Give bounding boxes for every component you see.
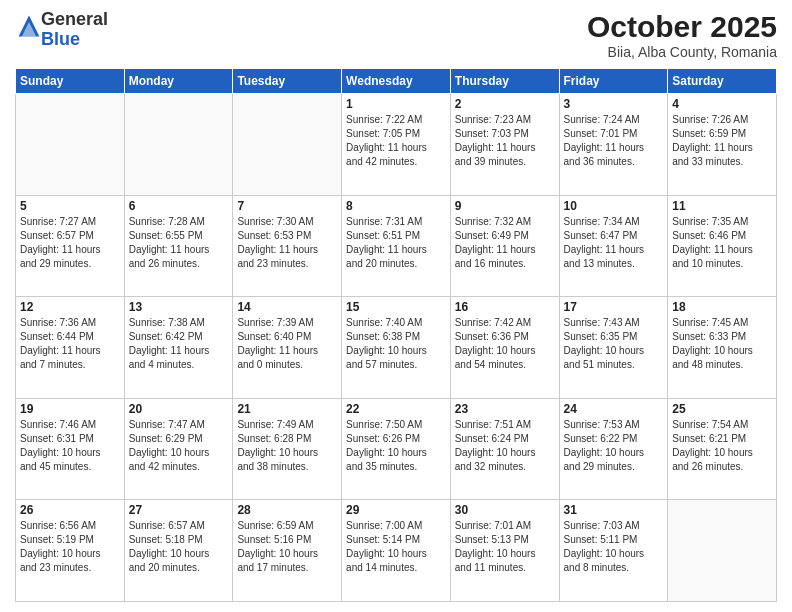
day-number: 12 (20, 300, 120, 314)
day-number: 31 (564, 503, 664, 517)
title-block: October 2025 Biia, Alba County, Romania (587, 10, 777, 60)
day-number: 30 (455, 503, 555, 517)
table-row: 18Sunrise: 7:45 AM Sunset: 6:33 PM Dayli… (668, 297, 777, 399)
table-row: 14Sunrise: 7:39 AM Sunset: 6:40 PM Dayli… (233, 297, 342, 399)
day-info: Sunrise: 7:36 AM Sunset: 6:44 PM Dayligh… (20, 316, 120, 372)
day-number: 21 (237, 402, 337, 416)
page-header: General Blue October 2025 Biia, Alba Cou… (15, 10, 777, 60)
day-number: 23 (455, 402, 555, 416)
logo-text: General Blue (41, 10, 108, 50)
table-row: 13Sunrise: 7:38 AM Sunset: 6:42 PM Dayli… (124, 297, 233, 399)
col-monday: Monday (124, 69, 233, 94)
table-row: 16Sunrise: 7:42 AM Sunset: 6:36 PM Dayli… (450, 297, 559, 399)
table-row: 4Sunrise: 7:26 AM Sunset: 6:59 PM Daylig… (668, 94, 777, 196)
col-wednesday: Wednesday (342, 69, 451, 94)
table-row: 24Sunrise: 7:53 AM Sunset: 6:22 PM Dayli… (559, 398, 668, 500)
calendar-table: Sunday Monday Tuesday Wednesday Thursday… (15, 68, 777, 602)
day-number: 9 (455, 199, 555, 213)
table-row: 19Sunrise: 7:46 AM Sunset: 6:31 PM Dayli… (16, 398, 125, 500)
logo: General Blue (15, 10, 108, 50)
day-info: Sunrise: 7:39 AM Sunset: 6:40 PM Dayligh… (237, 316, 337, 372)
col-friday: Friday (559, 69, 668, 94)
table-row: 22Sunrise: 7:50 AM Sunset: 6:26 PM Dayli… (342, 398, 451, 500)
table-row: 2Sunrise: 7:23 AM Sunset: 7:03 PM Daylig… (450, 94, 559, 196)
table-row: 31Sunrise: 7:03 AM Sunset: 5:11 PM Dayli… (559, 500, 668, 602)
day-info: Sunrise: 7:53 AM Sunset: 6:22 PM Dayligh… (564, 418, 664, 474)
logo-icon (17, 14, 41, 38)
day-info: Sunrise: 6:57 AM Sunset: 5:18 PM Dayligh… (129, 519, 229, 575)
day-number: 15 (346, 300, 446, 314)
table-row: 6Sunrise: 7:28 AM Sunset: 6:55 PM Daylig… (124, 195, 233, 297)
day-number: 3 (564, 97, 664, 111)
day-number: 2 (455, 97, 555, 111)
day-number: 24 (564, 402, 664, 416)
table-row: 23Sunrise: 7:51 AM Sunset: 6:24 PM Dayli… (450, 398, 559, 500)
calendar-week-row: 26Sunrise: 6:56 AM Sunset: 5:19 PM Dayli… (16, 500, 777, 602)
day-info: Sunrise: 7:30 AM Sunset: 6:53 PM Dayligh… (237, 215, 337, 271)
table-row (124, 94, 233, 196)
table-row: 11Sunrise: 7:35 AM Sunset: 6:46 PM Dayli… (668, 195, 777, 297)
day-info: Sunrise: 7:51 AM Sunset: 6:24 PM Dayligh… (455, 418, 555, 474)
day-info: Sunrise: 7:26 AM Sunset: 6:59 PM Dayligh… (672, 113, 772, 169)
table-row: 17Sunrise: 7:43 AM Sunset: 6:35 PM Dayli… (559, 297, 668, 399)
day-info: Sunrise: 7:27 AM Sunset: 6:57 PM Dayligh… (20, 215, 120, 271)
day-number: 28 (237, 503, 337, 517)
day-number: 19 (20, 402, 120, 416)
day-number: 26 (20, 503, 120, 517)
day-info: Sunrise: 7:01 AM Sunset: 5:13 PM Dayligh… (455, 519, 555, 575)
day-info: Sunrise: 7:28 AM Sunset: 6:55 PM Dayligh… (129, 215, 229, 271)
day-info: Sunrise: 7:45 AM Sunset: 6:33 PM Dayligh… (672, 316, 772, 372)
day-number: 11 (672, 199, 772, 213)
table-row: 8Sunrise: 7:31 AM Sunset: 6:51 PM Daylig… (342, 195, 451, 297)
table-row: 3Sunrise: 7:24 AM Sunset: 7:01 PM Daylig… (559, 94, 668, 196)
table-row (16, 94, 125, 196)
table-row (233, 94, 342, 196)
day-number: 22 (346, 402, 446, 416)
calendar-week-row: 1Sunrise: 7:22 AM Sunset: 7:05 PM Daylig… (16, 94, 777, 196)
calendar-title: October 2025 (587, 10, 777, 44)
day-number: 6 (129, 199, 229, 213)
table-row: 21Sunrise: 7:49 AM Sunset: 6:28 PM Dayli… (233, 398, 342, 500)
day-info: Sunrise: 6:56 AM Sunset: 5:19 PM Dayligh… (20, 519, 120, 575)
day-info: Sunrise: 7:49 AM Sunset: 6:28 PM Dayligh… (237, 418, 337, 474)
day-info: Sunrise: 7:43 AM Sunset: 6:35 PM Dayligh… (564, 316, 664, 372)
day-info: Sunrise: 7:47 AM Sunset: 6:29 PM Dayligh… (129, 418, 229, 474)
day-number: 18 (672, 300, 772, 314)
day-info: Sunrise: 7:31 AM Sunset: 6:51 PM Dayligh… (346, 215, 446, 271)
day-info: Sunrise: 7:00 AM Sunset: 5:14 PM Dayligh… (346, 519, 446, 575)
day-number: 10 (564, 199, 664, 213)
calendar-week-row: 19Sunrise: 7:46 AM Sunset: 6:31 PM Dayli… (16, 398, 777, 500)
logo-general: General (41, 9, 108, 29)
table-row: 5Sunrise: 7:27 AM Sunset: 6:57 PM Daylig… (16, 195, 125, 297)
day-number: 4 (672, 97, 772, 111)
table-row: 10Sunrise: 7:34 AM Sunset: 6:47 PM Dayli… (559, 195, 668, 297)
day-number: 13 (129, 300, 229, 314)
table-row: 15Sunrise: 7:40 AM Sunset: 6:38 PM Dayli… (342, 297, 451, 399)
day-number: 1 (346, 97, 446, 111)
day-number: 20 (129, 402, 229, 416)
day-number: 14 (237, 300, 337, 314)
day-info: Sunrise: 7:32 AM Sunset: 6:49 PM Dayligh… (455, 215, 555, 271)
day-info: Sunrise: 7:24 AM Sunset: 7:01 PM Dayligh… (564, 113, 664, 169)
day-info: Sunrise: 7:38 AM Sunset: 6:42 PM Dayligh… (129, 316, 229, 372)
table-row: 7Sunrise: 7:30 AM Sunset: 6:53 PM Daylig… (233, 195, 342, 297)
day-info: Sunrise: 7:46 AM Sunset: 6:31 PM Dayligh… (20, 418, 120, 474)
col-thursday: Thursday (450, 69, 559, 94)
table-row: 20Sunrise: 7:47 AM Sunset: 6:29 PM Dayli… (124, 398, 233, 500)
day-number: 7 (237, 199, 337, 213)
calendar-week-row: 12Sunrise: 7:36 AM Sunset: 6:44 PM Dayli… (16, 297, 777, 399)
day-info: Sunrise: 7:35 AM Sunset: 6:46 PM Dayligh… (672, 215, 772, 271)
day-number: 25 (672, 402, 772, 416)
day-info: Sunrise: 7:42 AM Sunset: 6:36 PM Dayligh… (455, 316, 555, 372)
day-info: Sunrise: 7:03 AM Sunset: 5:11 PM Dayligh… (564, 519, 664, 575)
day-number: 5 (20, 199, 120, 213)
day-info: Sunrise: 7:54 AM Sunset: 6:21 PM Dayligh… (672, 418, 772, 474)
day-number: 16 (455, 300, 555, 314)
table-row: 29Sunrise: 7:00 AM Sunset: 5:14 PM Dayli… (342, 500, 451, 602)
table-row: 26Sunrise: 6:56 AM Sunset: 5:19 PM Dayli… (16, 500, 125, 602)
day-number: 29 (346, 503, 446, 517)
day-info: Sunrise: 7:22 AM Sunset: 7:05 PM Dayligh… (346, 113, 446, 169)
table-row: 1Sunrise: 7:22 AM Sunset: 7:05 PM Daylig… (342, 94, 451, 196)
day-number: 27 (129, 503, 229, 517)
col-tuesday: Tuesday (233, 69, 342, 94)
